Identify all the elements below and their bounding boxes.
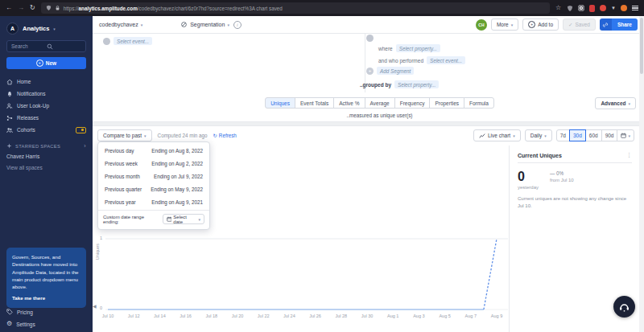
share-button[interactable]: Share [612, 18, 638, 31]
select-date-button[interactable]: Select date ▾ [163, 214, 204, 224]
range-7d-button[interactable]: 7d [556, 129, 570, 141]
product-switcher[interactable]: A Analytics ▾ [0, 16, 93, 35]
menu-item-label: Previous month [105, 174, 140, 179]
chart-type-switcher[interactable]: Segmentation ▾ [180, 21, 229, 28]
menu-item-previous-day[interactable]: Previous day Ending on Aug 8, 2022 [98, 144, 209, 157]
saved-button[interactable]: ✓ Saved [563, 18, 596, 31]
stats-body: 0 yesterday — 0% from Jul 10 [518, 170, 632, 190]
new-button-label: New [46, 60, 56, 66]
new-button[interactable]: + New [6, 57, 86, 69]
advanced-button[interactable]: Advanced ▾ [595, 97, 636, 109]
select-event-input[interactable]: Select event... [427, 56, 465, 64]
help-assistant-fab[interactable] [613, 296, 635, 318]
custom-range-calendar-button[interactable]: ▾ [617, 129, 634, 141]
saved-label: Saved [575, 22, 589, 27]
select-property-input[interactable]: Select property... [396, 44, 440, 52]
advanced-label: Advanced [601, 100, 625, 106]
page-url: https://analytics.amplitude.com/codedbyc… [64, 6, 283, 11]
group-by-property-input[interactable]: Select property... [394, 80, 439, 88]
org-switcher[interactable]: codedbychavez ▾ [99, 22, 142, 27]
granularity-dropdown[interactable]: Daily ▾ [525, 129, 552, 141]
extension-circle-icon[interactable] [578, 5, 584, 11]
chart-style-dropdown[interactable]: Live chart ▾ [473, 129, 521, 141]
page-scrollbar[interactable] [639, 16, 644, 332]
metric-tabs-row: Uniques Event Totals Active % Average Fr… [93, 92, 644, 122]
menu-item-previous-week[interactable]: Previous week Ending on Aug 2, 2022 [98, 157, 209, 170]
overflow-menu-icon[interactable]: ⋮ [626, 152, 632, 158]
menu-item-previous-month[interactable]: Previous month Ending on Jul 9, 2022 [98, 170, 209, 182]
sidebar-item-user-look-up[interactable]: User Look-Up [0, 100, 93, 112]
sidebar-item-cohorts[interactable]: Cohorts [0, 124, 93, 136]
tracking-shield-icon[interactable] [46, 5, 52, 11]
range-90d-button[interactable]: 90d [601, 129, 618, 141]
tab-frequency[interactable]: Frequency [394, 97, 431, 109]
bookmark-star-icon[interactable]: ☆ [555, 5, 561, 11]
browser-reload-button[interactable]: ↻ [30, 5, 35, 11]
sidebar-item-label: User Look-Up [17, 103, 49, 109]
info-icon[interactable]: i [233, 21, 242, 29]
sidebar-item-space-chavez-harris[interactable]: Chavez Harris [0, 150, 93, 162]
sidebar-item-notifications[interactable]: Notifications [0, 88, 93, 100]
tab-formula[interactable]: Formula [464, 97, 494, 109]
chart-toolbar-right: Live chart ▾ Daily ▾ 7d 30d 60d 90d ▾ [473, 129, 634, 141]
select-event-input[interactable]: Select event... [114, 37, 152, 45]
user-avatar[interactable]: CH [476, 19, 487, 31]
extension-red-icon[interactable] [589, 5, 595, 12]
copy-link-icon[interactable] [600, 18, 612, 31]
add-segment-button[interactable]: Add Segment [377, 67, 414, 75]
url-scheme: https:// [64, 6, 79, 11]
sidebar-item-pricing[interactable]: Pricing [6, 309, 33, 315]
where-row: where Select property... [378, 44, 440, 52]
tab-event-totals[interactable]: Event Totals [295, 97, 334, 109]
range-30d-button[interactable]: 30d [569, 129, 586, 141]
sidebar-item-releases[interactable]: Releases [0, 112, 93, 124]
lock-icon[interactable] [55, 5, 60, 11]
compare-to-past-button[interactable]: Compare to past ▾ [97, 129, 152, 141]
extension-orange-icon[interactable] [621, 5, 627, 11]
add-to-button[interactable]: + Add to [522, 18, 559, 31]
refresh-button[interactable]: ↻ Refresh [213, 133, 237, 138]
performed-label: and who performed [378, 58, 423, 64]
extension-shield-icon[interactable] [567, 5, 573, 12]
browser-forward-button[interactable]: → [18, 5, 24, 11]
extension-v-icon[interactable]: ▼ [611, 6, 616, 10]
menu-item-value: Ending on May 9, 2022 [151, 186, 203, 192]
browser-address-bar[interactable]: https://analytics.amplitude.com/codedbyc… [41, 2, 550, 14]
performed-row: and who performed Select event... [378, 56, 465, 64]
extension-red-circle-icon[interactable] [600, 5, 606, 11]
sidebar-item-settings[interactable]: ⚙ Settings [6, 321, 35, 327]
menu-item-label: Previous day [105, 148, 134, 154]
settings-label: Settings [16, 322, 35, 327]
sidebar-search-input[interactable]: Search [6, 40, 86, 52]
computed-caption: Computed 24 min ago [158, 133, 208, 138]
browser-menu-icon[interactable] [632, 6, 638, 11]
browser-extensions-area: ▼ [567, 5, 638, 12]
x-axis-tick-label: Aug 9 [491, 314, 502, 318]
main-content: codedbychavez ▾ Segmentation ▾ i CH More… [93, 16, 644, 332]
sidebar-item-home[interactable]: Home [0, 76, 93, 88]
check-icon: ✓ [568, 22, 572, 28]
menu-item-label: Previous quarter [105, 186, 142, 192]
notice-link[interactable]: Take me there [12, 294, 80, 301]
tab-average[interactable]: Average [365, 97, 395, 109]
collapse-panel-handle[interactable]: ◀ [93, 303, 97, 309]
starred-spaces-header[interactable]: STARRED SPACES › [0, 136, 93, 150]
menu-item-previous-quarter[interactable]: Previous quarter Ending on May 9, 2022 [98, 182, 209, 195]
more-button[interactable]: More ▾ [491, 18, 518, 31]
tab-uniques[interactable]: Uniques [265, 97, 295, 109]
chevron-down-icon: ▾ [198, 217, 200, 222]
add-segment-row[interactable]: + Add Segment [366, 67, 414, 75]
browser-back-button[interactable]: ← [6, 5, 12, 11]
menu-item-previous-year[interactable]: Previous year Ending on Aug 9, 2021 [98, 195, 209, 208]
view-all-spaces-link[interactable]: View all spaces [0, 162, 93, 173]
chevron-down-icon: ▾ [628, 101, 630, 106]
share-split-button[interactable]: Share [600, 18, 638, 31]
range-60d-button[interactable]: 60d [585, 129, 602, 141]
menu-item-value: Ending on Jul 9, 2022 [154, 174, 203, 179]
tab-active-pct[interactable]: Active % [333, 97, 365, 109]
compare-to-past-menu: Previous day Ending on Aug 8, 2022 Previ… [97, 141, 210, 230]
grouped-by-label: ..grouped by [360, 82, 391, 88]
menu-item-value: Ending on Aug 2, 2022 [151, 161, 203, 166]
tab-properties[interactable]: Properties [429, 97, 464, 109]
scrollbar-thumb[interactable] [640, 18, 643, 74]
